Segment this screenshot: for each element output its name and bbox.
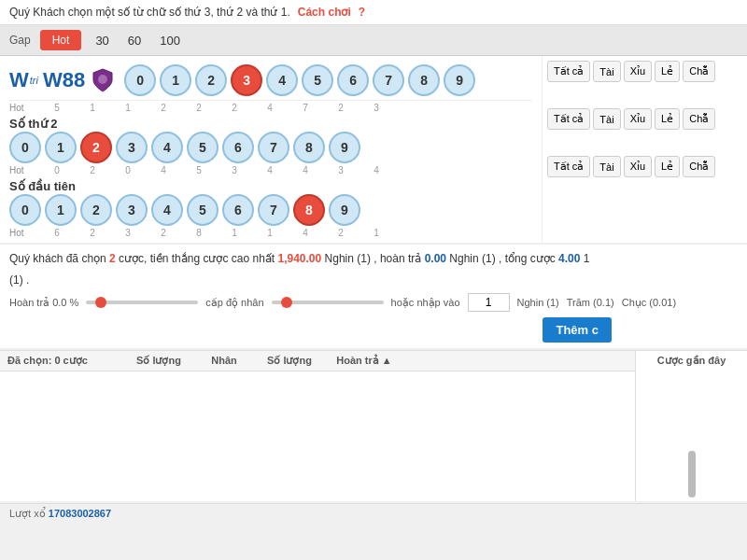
recent-bets-panel: Cược gần đây [635, 351, 747, 501]
unit2: Nghin (1) , tổng cược [449, 252, 558, 265]
th-selected: Đã chọn: 0 cược [0, 355, 121, 367]
bubble-row0-3[interactable]: 3 [231, 64, 262, 96]
bubble-row0-1[interactable]: 1 [160, 64, 191, 96]
btn-le-0[interactable]: Lẻ [655, 61, 680, 82]
filter-hot-button[interactable]: Hot [40, 30, 82, 50]
hot-label-row0: Hot [9, 103, 37, 113]
svg-point-0 [98, 75, 107, 84]
bubble-row2-3[interactable]: 3 [116, 194, 148, 226]
unit-tram: Trăm (0.1) [567, 297, 614, 308]
hot-0-0: 5 [41, 103, 73, 113]
th-hoan-tra: Hoàn trả ▲ [327, 355, 402, 367]
number-row-1: Số thứ 2 0 1 2 3 4 5 6 7 8 9 [9, 117, 532, 163]
bubble-row2-0[interactable]: 0 [9, 194, 41, 226]
bubble-row2-6[interactable]: 6 [222, 194, 254, 226]
btn-tai-2[interactable]: Tài [593, 156, 620, 177]
hot-0-8: 2 [325, 103, 357, 113]
row0-bubbles-inline: 0 1 2 3 4 5 6 7 8 9 [124, 64, 475, 96]
bubble-row2-5[interactable]: 5 [187, 194, 218, 226]
btn-chan-1[interactable]: Chẵ [683, 108, 715, 130]
bubble-row2-7[interactable]: 7 [258, 194, 289, 226]
btn-all-2[interactable]: Tất cả [547, 156, 590, 177]
hot-2-1: 2 [77, 228, 108, 238]
bubble-row0-4[interactable]: 4 [266, 64, 298, 96]
right-btn-row-0: Tất cả Tài Xỉu Lẻ Chẵ [547, 61, 742, 82]
hot-0-7: 7 [289, 103, 321, 113]
bottom-bar: Lượt xổ 17083002867 [0, 503, 747, 524]
bubble-row1-8[interactable]: 8 [293, 132, 325, 163]
question-mark-icon[interactable]: ? [359, 6, 365, 19]
hot-1-0: 0 [41, 165, 73, 175]
bubble-row1-9[interactable]: 9 [329, 132, 360, 163]
hot-1-3: 4 [148, 165, 179, 175]
add-btn-container: Thêm c [9, 317, 738, 343]
btn-chan-0[interactable]: Chẵ [683, 61, 715, 82]
bubble-row0-9[interactable]: 9 [444, 64, 475, 96]
bubble-row1-7[interactable]: 7 [258, 132, 289, 163]
hot-2-9: 1 [360, 228, 392, 238]
bet-count: 2 [109, 252, 116, 265]
bubble-row0-8[interactable]: 8 [408, 64, 440, 96]
lottery-label: Lượt xổ [9, 508, 49, 519]
btn-xiu-2[interactable]: Xỉu [624, 156, 652, 177]
filter-100[interactable]: 100 [155, 32, 185, 49]
summary-text1: Quý khách đã chọn [9, 252, 109, 265]
table-body [0, 371, 635, 446]
hot-0-2: 1 [112, 103, 144, 113]
bubble-row1-0[interactable]: 0 [9, 132, 41, 163]
btn-xiu-0[interactable]: Xỉu [624, 61, 652, 82]
row2-label: Số đầu tiên [9, 179, 532, 193]
recent-bets-body [643, 367, 740, 441]
hot-1-8: 3 [325, 165, 357, 175]
btn-tai-0[interactable]: Tài [593, 61, 620, 82]
bubble-row2-8[interactable]: 8 [293, 194, 325, 226]
bubble-row2-9[interactable]: 9 [329, 194, 360, 226]
hot-0-1: 1 [77, 103, 108, 113]
filter-60[interactable]: 60 [123, 32, 146, 49]
level-slider-thumb[interactable] [281, 297, 292, 308]
logo-w-letter: W [9, 68, 29, 92]
bubble-row0-0[interactable]: 0 [124, 64, 156, 96]
bubble-row0-5[interactable]: 5 [302, 64, 333, 96]
bubble-row1-1[interactable]: 1 [45, 132, 77, 163]
bubble-row0-2[interactable]: 2 [195, 64, 227, 96]
or-label: hoặc nhập vào [391, 297, 460, 309]
level-label: cấp độ nhân [205, 297, 263, 309]
btn-all-0[interactable]: Tất cả [547, 61, 590, 82]
row1-label: Số thứ 2 [9, 117, 532, 131]
add-bet-button[interactable]: Thêm c [543, 317, 612, 343]
bubble-row2-4[interactable]: 4 [151, 194, 183, 226]
how-to-play-link[interactable]: Cách chơi [298, 6, 351, 19]
btn-xiu-1[interactable]: Xỉu [624, 108, 652, 130]
table-wrapper: Đã chọn: 0 cược Số lượng Nhân Số lượng H… [0, 351, 747, 501]
refund-slider-thumb[interactable] [95, 297, 106, 308]
bubble-row1-2[interactable]: 2 [80, 132, 112, 163]
bubble-row1-3[interactable]: 3 [116, 132, 148, 163]
bubble-row2-1[interactable]: 1 [45, 194, 77, 226]
bubble-row1-5[interactable]: 5 [187, 132, 218, 163]
hot-0-9: 3 [360, 103, 392, 113]
bubble-row1-6[interactable]: 6 [222, 132, 254, 163]
top-bar: Quý Khách chọn một số từ chữ số thứ 3, t… [0, 0, 747, 25]
bet-amount-input[interactable] [468, 293, 510, 312]
hot-0-3: 2 [148, 103, 179, 113]
btn-le-1[interactable]: Lẻ [655, 108, 680, 130]
refund: 0.00 [425, 252, 446, 265]
total-bet: 4.00 [558, 252, 580, 265]
logo-tri-text: tri [30, 75, 38, 86]
recent-bets-header: Cược gần đây [643, 355, 740, 367]
refund-label: Hoàn trả 0.0 % [9, 297, 78, 309]
unit-nghin: Nghin (1) [517, 297, 559, 308]
scroll-indicator[interactable] [688, 451, 696, 497]
filter-30[interactable]: 30 [91, 32, 113, 49]
logo-shield-icon [90, 67, 116, 93]
btn-le-2[interactable]: Lẻ [655, 156, 680, 177]
bubble-row0-7[interactable]: 7 [373, 64, 404, 96]
btn-chan-2[interactable]: Chẵ [683, 156, 715, 177]
bubble-row1-4[interactable]: 4 [151, 132, 183, 163]
bubble-row2-2[interactable]: 2 [80, 194, 112, 226]
hot-0-6: 4 [254, 103, 286, 113]
btn-tai-1[interactable]: Tài [593, 108, 620, 130]
bubble-row0-6[interactable]: 6 [337, 64, 369, 96]
btn-all-1[interactable]: Tất cả [547, 108, 590, 130]
